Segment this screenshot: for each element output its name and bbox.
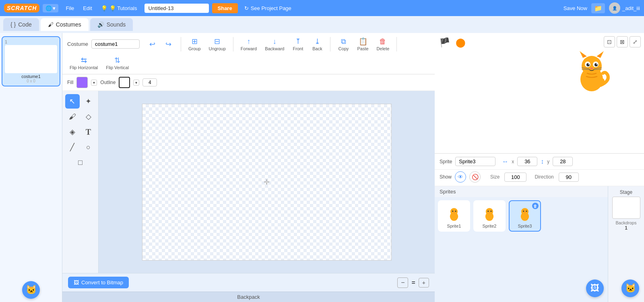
costume-name-input[interactable] xyxy=(91,39,140,49)
fill-tool[interactable]: ◈ xyxy=(65,125,80,139)
sprite2-name: Sprite2 xyxy=(477,224,502,228)
group-icon: ⊞ xyxy=(192,37,198,46)
zoom-in-button[interactable]: + xyxy=(419,278,429,288)
add-sprite-button[interactable]: 🐱 xyxy=(621,279,639,297)
share-button[interactable]: Share xyxy=(212,3,238,13)
folder-icon[interactable]: 📁 xyxy=(591,3,605,13)
save-now-button[interactable]: Save Now xyxy=(564,5,587,11)
globe-icon: 🌐 xyxy=(45,5,52,11)
fill-color-swatch[interactable] xyxy=(76,77,88,88)
costume-item[interactable]: 1 costume1 0 x 0 xyxy=(2,36,60,86)
show-visible-button[interactable]: 👁 xyxy=(455,171,466,183)
sprite1-name: Sprite1 xyxy=(441,224,467,228)
delete-button[interactable]: 🗑 Delete xyxy=(374,37,392,52)
pointer-tool[interactable]: ✦ xyxy=(81,94,96,109)
globe-button[interactable]: 🌐 ▾ xyxy=(43,4,58,12)
circle-tool[interactable]: ○ xyxy=(81,140,96,154)
stage-cat-sprite xyxy=(572,49,612,95)
canvas-tools-area: ↖ ✦ 🖌 ◇ ◈ T ╱ ○ □ xyxy=(62,91,435,273)
tab-costumes[interactable]: 🖌 Costumes xyxy=(41,18,89,31)
outline-color-arrow[interactable]: ▾ xyxy=(133,80,139,86)
speaker-icon: 🔊 xyxy=(97,21,104,28)
x-input[interactable] xyxy=(517,157,537,166)
project-name-input[interactable] xyxy=(144,4,209,13)
svg-point-32 xyxy=(524,212,525,213)
stop-button[interactable]: ⬤ xyxy=(454,36,467,49)
tool-row-3: ◈ T xyxy=(65,125,96,139)
add-costume-button[interactable]: 🐱 xyxy=(22,281,40,299)
tool-row-4: ╱ ○ xyxy=(65,140,96,154)
small-stage-button[interactable]: ⊡ xyxy=(604,36,615,47)
tools-panel: ↖ ✦ 🖌 ◇ ◈ T ╱ ○ □ xyxy=(62,91,99,273)
undo-icon: ↩ xyxy=(149,40,155,49)
fill-outline-row: Fill ▾ Outline ▾ xyxy=(62,74,435,91)
topbar: SCRATCH 🌐 ▾ File Edit 💡 💡 Tutorials Shar… xyxy=(0,0,644,16)
show-hidden-button[interactable]: 🚫 xyxy=(469,171,481,183)
sprite-delete-button[interactable]: 🗑 xyxy=(532,203,539,209)
direction-input[interactable] xyxy=(559,173,579,182)
fill-color-arrow[interactable]: ▾ xyxy=(91,80,97,86)
costume-list-panel: 1 costume1 0 x 0 🐱 xyxy=(0,33,62,302)
flip-vertical-button[interactable]: ⇅ Flip Vertical xyxy=(103,55,131,71)
svg-point-29 xyxy=(521,208,528,215)
canvas-area[interactable]: ✛ xyxy=(99,91,435,273)
add-backdrop-button[interactable]: 🖼 xyxy=(586,279,604,297)
back-button[interactable]: ⤓ Back xyxy=(309,36,325,52)
bottom-bar: 🖼 Convert to Bitmap − = + xyxy=(62,273,435,292)
paste-button[interactable]: 📋 Paste xyxy=(355,36,371,52)
sprite-info-row: Sprite ↔ x ↕ y xyxy=(435,154,644,170)
group-button[interactable]: ⊞ Group xyxy=(186,36,203,52)
eraser-tool[interactable]: ◇ xyxy=(81,109,96,124)
svg-point-11 xyxy=(597,64,598,65)
tutorials-menu[interactable]: 💡 💡 Tutorials xyxy=(97,4,141,13)
flip-horizontal-button[interactable]: ⇆ Flip Horizontal xyxy=(67,55,100,71)
y-label: y xyxy=(547,159,549,164)
delete-icon: 🗑 xyxy=(379,37,386,46)
green-flag-button[interactable]: 🏴 xyxy=(438,36,451,49)
sprite-name-input[interactable] xyxy=(455,157,495,166)
forward-button[interactable]: ↑ Forward xyxy=(238,37,259,52)
ungroup-button[interactable]: ⊟ Ungroup xyxy=(206,36,228,52)
undo-button[interactable]: ↩ xyxy=(147,39,160,49)
tab-code[interactable]: { } Code xyxy=(3,18,39,31)
outline-color-swatch[interactable] xyxy=(119,77,130,88)
lightbulb-icon: 💡 xyxy=(101,5,107,11)
sprite-card-active[interactable]: 🗑 Sprite3 xyxy=(509,200,541,232)
back-icon: ⤓ xyxy=(314,37,320,46)
sprite3-name: Sprite3 xyxy=(512,224,538,228)
size-input[interactable] xyxy=(504,173,526,182)
large-stage-button[interactable]: ⊠ xyxy=(617,36,628,47)
see-project-button[interactable]: ↻ See Project Page xyxy=(241,4,295,13)
y-input[interactable] xyxy=(553,157,573,166)
text-tool[interactable]: T xyxy=(81,125,96,139)
user-avatar[interactable]: 👤 _adit_iii xyxy=(609,2,640,14)
globe-chevron: ▾ xyxy=(53,5,56,11)
brush-tool[interactable]: 🖌 xyxy=(65,109,80,124)
sprite-card[interactable]: Sprite1 xyxy=(438,200,470,232)
sprite-card[interactable]: Sprite2 xyxy=(473,200,506,232)
redo-button[interactable]: ↪ xyxy=(163,39,176,49)
select-tool[interactable]: ↖ xyxy=(65,94,80,109)
rectangle-tool[interactable]: □ xyxy=(73,155,88,170)
fullscreen-button[interactable]: ⤢ xyxy=(630,36,641,47)
tab-sounds[interactable]: 🔊 Sounds xyxy=(90,18,133,31)
line-tool[interactable]: ╱ xyxy=(65,140,80,154)
file-menu[interactable]: File xyxy=(62,4,78,13)
stage-view-controls: ⊡ ⊠ ⤢ xyxy=(604,36,641,47)
stage-label: Stage xyxy=(620,189,632,195)
convert-bitmap-button[interactable]: 🖼 Convert to Bitmap xyxy=(68,277,129,288)
toolbar-separator-2 xyxy=(233,37,233,51)
edit-menu[interactable]: Edit xyxy=(79,4,96,13)
sprite-label: Sprite xyxy=(440,159,452,164)
outline-label: Outline xyxy=(100,80,116,85)
backward-button[interactable]: ↓ Backward xyxy=(262,37,287,52)
sprite1-image xyxy=(442,203,466,224)
sprite-list-area: Sprite1 Sprite xyxy=(435,197,608,302)
avatar-image: 👤 xyxy=(609,2,620,14)
backpack-bar[interactable]: Backpack xyxy=(62,292,435,302)
stroke-width-input[interactable] xyxy=(142,78,157,86)
copy-button[interactable]: ⧉ Copy xyxy=(335,37,351,52)
stage-thumbnail[interactable] xyxy=(612,197,640,219)
front-button[interactable]: ⤒ Front xyxy=(290,36,306,52)
zoom-out-button[interactable]: − xyxy=(397,277,408,288)
